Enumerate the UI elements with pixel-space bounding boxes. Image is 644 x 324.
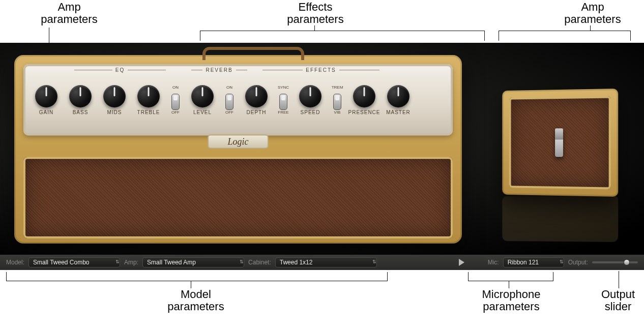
model-label: Model: (6, 259, 24, 266)
amp-label: Amp: (124, 259, 138, 266)
callout-line (314, 25, 315, 31)
callout-line (191, 281, 191, 288)
knob-label: DEPTH (247, 110, 267, 115)
callout-line (619, 271, 619, 288)
switch-free-label: FREE (278, 110, 288, 115)
callout-model: Modelparameters (158, 288, 234, 313)
toggle-switch-icon (279, 94, 287, 110)
output-label: Output: (568, 259, 588, 266)
microphone-icon[interactable] (555, 128, 563, 157)
rotary-knob-icon (299, 85, 321, 107)
amp-handle-icon (202, 47, 304, 60)
switch-on-label: ON (226, 85, 232, 90)
knob-label: TREBLE (137, 110, 160, 115)
output-slider[interactable] (592, 261, 638, 263)
switch-trem-label: TREM (332, 85, 343, 90)
play-icon[interactable] (459, 259, 464, 266)
knob-reverb-level[interactable]: LEVEL (187, 85, 218, 115)
callout-mic: Microphoneparameters (468, 288, 554, 313)
toggle-switch-icon (333, 94, 341, 110)
amp-control-panel: EQ REVERB EFFECTS GAIN BASS MIDS TREBLE (23, 64, 453, 136)
slider-thumb-icon (624, 259, 630, 265)
knob-label: PRESENCE (348, 110, 380, 115)
knob-presence[interactable]: PRESENCE (348, 85, 380, 115)
rotary-knob-icon (35, 85, 57, 107)
mic-label: Mic: (488, 259, 499, 266)
switch-sync[interactable]: SYNC FREE (275, 85, 292, 115)
knob-bass[interactable]: BASS (65, 85, 96, 115)
switch-effects-on[interactable]: ON OFF (221, 85, 238, 115)
knob-label: BASS (73, 110, 89, 115)
rotary-knob-icon (191, 85, 214, 107)
switch-off-label: OFF (225, 110, 233, 115)
knob-label: LEVEL (193, 110, 212, 115)
switch-reverb[interactable]: ON OFF (167, 85, 184, 115)
amp-head: EQ REVERB EFFECTS GAIN BASS MIDS TREBLE (14, 55, 462, 244)
callout-effects: Effectsparameters (275, 1, 356, 25)
callout-amp-left: Ampparameters (34, 1, 105, 25)
callout-line (590, 25, 591, 31)
callout-output: Outputslider (595, 288, 641, 313)
toggle-switch-icon (171, 94, 180, 110)
knob-label: SPEED (301, 110, 320, 115)
switch-on-label: ON (172, 85, 179, 90)
cabinet-dropdown[interactable]: Tweed 1x12 (275, 257, 377, 267)
callout-bracket-model (6, 272, 388, 281)
knob-speed[interactable]: SPEED (295, 85, 326, 115)
amp-stage: EQ REVERB EFFECTS GAIN BASS MIDS TREBLE (0, 43, 644, 255)
speaker-grille (23, 157, 453, 238)
rotary-knob-icon (137, 85, 160, 107)
callout-amp-right: Ampparameters (554, 1, 631, 25)
toggle-switch-icon (225, 94, 233, 110)
switch-trem-vib[interactable]: TREM VIB (329, 85, 346, 115)
knob-label: GAIN (39, 110, 53, 115)
amp-dropdown[interactable]: Small Tweed Amp (142, 257, 244, 267)
switch-off-label: OFF (171, 110, 180, 115)
model-dropdown[interactable]: Small Tweed Combo (28, 257, 120, 267)
knob-treble[interactable]: TREBLE (133, 85, 164, 115)
knob-depth[interactable]: DEPTH (241, 85, 272, 115)
callout-bracket-cab (499, 31, 631, 41)
switch-sync-label: SYNC (278, 85, 289, 90)
cabinet-label: Cabinet: (248, 259, 271, 266)
section-reverb: REVERB (191, 67, 247, 73)
rotary-knob-icon (103, 85, 126, 107)
brand-badge: Logic (208, 134, 269, 149)
knob-gain[interactable]: GAIN (31, 85, 62, 115)
rotary-knob-icon (69, 85, 92, 107)
rotary-knob-icon (245, 85, 268, 107)
knob-master[interactable]: MASTER (383, 85, 414, 115)
knob-mids[interactable]: MIDS (99, 85, 130, 115)
parameter-bar: Model: Small Tweed Combo Amp: Small Twee… (0, 255, 644, 270)
mic-dropdown[interactable]: Ribbon 121 (503, 257, 564, 267)
rotary-knob-icon (387, 85, 409, 107)
knob-label: MASTER (386, 110, 411, 115)
switch-vib-label: VIB (334, 110, 341, 115)
cabinet-grille (509, 96, 611, 189)
callout-bracket-mic (468, 272, 553, 281)
callout-bracket-effects (200, 31, 485, 41)
section-effects: EFFECTS (262, 67, 379, 73)
speaker-cabinet[interactable] (502, 89, 618, 197)
callout-line (509, 281, 509, 288)
section-eq: EQ (74, 67, 166, 73)
cabinet-reflection (502, 195, 618, 242)
knob-label: MIDS (107, 110, 122, 115)
rotary-knob-icon (353, 85, 375, 107)
